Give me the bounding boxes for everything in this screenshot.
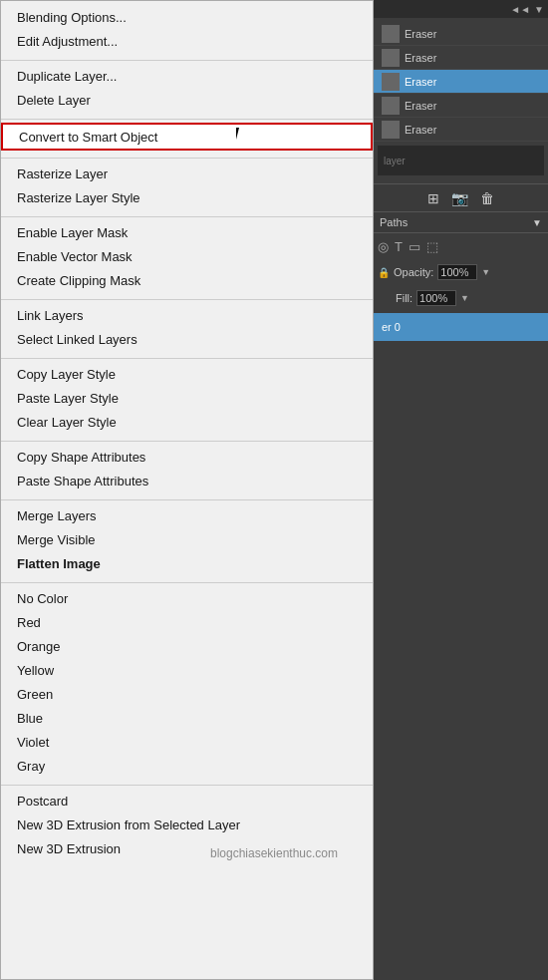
add-layer-icon[interactable]: ⊞ (427, 190, 439, 206)
separator (1, 209, 373, 217)
opacity-label: Opacity: (394, 266, 433, 278)
separator (1, 778, 373, 786)
layer-label: Eraser (405, 52, 436, 64)
menu-item-duplicate-layer[interactable]: Duplicate Layer... (1, 64, 373, 88)
menu-item-violet[interactable]: Violet (1, 730, 373, 754)
menu-item-blending-options[interactable]: Blending Options... (1, 5, 373, 29)
menu-item-flatten-image[interactable]: Flatten Image (1, 551, 373, 575)
menu-item-rasterize-layer-style[interactable]: Rasterize Layer Style (1, 185, 373, 209)
layer0-label: er 0 (382, 321, 401, 333)
paths-header: Paths ▼ (374, 211, 548, 233)
context-menu: Blending Options... Edit Adjustment... D… (0, 0, 374, 980)
separator (1, 151, 373, 159)
menu-item-rasterize-layer[interactable]: Rasterize Layer (1, 162, 373, 185)
panel-collapse-arrows[interactable]: ◄◄ (510, 4, 530, 15)
menu-item-select-linked-layers[interactable]: Select Linked Layers (1, 327, 373, 351)
layer-item[interactable]: Eraser (374, 22, 548, 46)
separator (1, 492, 373, 500)
panel-topbar: ◄◄ ▼ (374, 0, 548, 18)
menu-item-merge-visible[interactable]: Merge Visible (1, 527, 373, 551)
layer-label: Eraser (405, 76, 436, 88)
separator (1, 53, 373, 61)
separator (1, 434, 373, 442)
menu-item-edit-adjustment[interactable]: Edit Adjustment... (1, 29, 373, 53)
menu-item-clear-layer-style[interactable]: Clear Layer Style (1, 410, 373, 434)
layer-label: Eraser (405, 124, 436, 136)
menu-item-orange[interactable]: Orange (1, 634, 373, 658)
separator (1, 351, 373, 359)
lock-icon: 🔒 (378, 267, 390, 278)
menu-item-delete-layer[interactable]: Delete Layer (1, 88, 373, 112)
menu-item-enable-vector-mask[interactable]: Enable Vector Mask (1, 244, 373, 268)
paths-menu-icon[interactable]: ▼ (532, 217, 542, 228)
layers-toolbar: ⊞ 📷 🗑 (374, 183, 548, 211)
paths-icons-row: ◎ T ▭ ⬚ (374, 233, 548, 259)
layer-thumbnail (382, 49, 400, 67)
separator (1, 575, 373, 583)
path-shape-icon[interactable]: ▭ (409, 239, 420, 254)
menu-item-paste-shape-attributes[interactable]: Paste Shape Attributes (1, 469, 373, 492)
menu-item-no-color[interactable]: No Color (1, 586, 373, 610)
fill-row: Fill: ▼ (374, 285, 548, 311)
layer-thumbnail (382, 97, 400, 115)
camera-icon[interactable]: 📷 (451, 190, 468, 206)
layer-item[interactable]: Eraser (374, 118, 548, 142)
menu-item-blue[interactable]: Blue (1, 706, 373, 730)
paths-label: Paths (380, 216, 408, 228)
layer-thumbnail (382, 25, 400, 43)
layer-list: Eraser Eraser Eraser Eraser Eraser (374, 22, 548, 142)
menu-item-paste-layer-style[interactable]: Paste Layer Style (1, 386, 373, 410)
layer-thumbnail (382, 121, 400, 139)
path-text-icon[interactable]: T (395, 239, 403, 254)
layer-thumbnail (382, 73, 400, 91)
menu-item-convert-smart-object[interactable]: Convert to Smart Object (1, 123, 373, 151)
panel-dark-area: layer (378, 146, 544, 175)
panel-menu-arrow[interactable]: ▼ (534, 4, 544, 15)
menu-item-link-layers[interactable]: Link Layers (1, 303, 373, 327)
menu-item-yellow[interactable]: Yellow (1, 658, 373, 682)
menu-item-postcard[interactable]: Postcard (1, 789, 373, 813)
opacity-arrow[interactable]: ▼ (481, 267, 490, 277)
menu-item-copy-shape-attributes[interactable]: Copy Shape Attributes (1, 445, 373, 469)
menu-item-new-3d-extrusion-selected[interactable]: New 3D Extrusion from Selected Layer (1, 813, 373, 836)
menu-item-red[interactable]: Red (1, 610, 373, 634)
menu-item-green[interactable]: Green (1, 682, 373, 706)
fill-arrow[interactable]: ▼ (460, 293, 469, 303)
path-mask-icon[interactable]: ⬚ (426, 239, 438, 254)
menu-item-new-3d-extrusion[interactable]: New 3D Extrusion (1, 836, 373, 860)
menu-item-enable-layer-mask[interactable]: Enable Layer Mask (1, 220, 373, 244)
layer-label: Eraser (405, 28, 436, 40)
menu-item-merge-layers[interactable]: Merge Layers (1, 503, 373, 527)
menu-item-create-clipping-mask[interactable]: Create Clipping Mask (1, 268, 373, 292)
opacity-row: 🔒 Opacity: ▼ (374, 259, 548, 285)
menu-item-copy-layer-style[interactable]: Copy Layer Style (1, 362, 373, 386)
menu-item-gray[interactable]: Gray (1, 754, 373, 778)
separator (1, 292, 373, 300)
right-panel: ◄◄ ▼ Eraser Eraser Eraser Eraser Eraser … (374, 0, 548, 980)
panel-sublabel: layer (384, 156, 406, 166)
opacity-input[interactable] (437, 264, 477, 280)
layer-item-selected[interactable]: Eraser (374, 70, 548, 94)
fill-input[interactable] (416, 290, 456, 306)
separator (1, 112, 373, 120)
paths-panel: Paths ▼ ◎ T ▭ ⬚ 🔒 Opacity: ▼ Fill: ▼ er … (374, 211, 548, 341)
delete-layer-icon[interactable]: 🗑 (480, 190, 494, 206)
layer-label: Eraser (405, 100, 436, 112)
fill-label: Fill: (396, 292, 412, 304)
layer-item[interactable]: Eraser (374, 46, 548, 70)
layer-item[interactable]: Eraser (374, 94, 548, 118)
path-circle-icon[interactable]: ◎ (378, 239, 389, 254)
layer0-item[interactable]: er 0 (374, 313, 548, 341)
